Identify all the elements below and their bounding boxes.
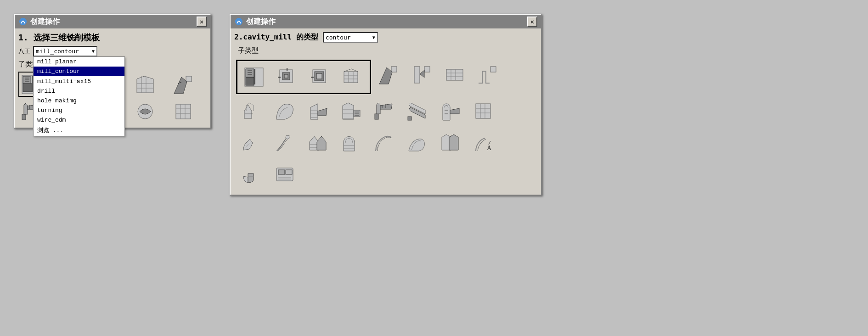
d2-subtype-icon16[interactable]	[468, 96, 499, 126]
dropdown-item-mill-planar[interactable]: mill_planar	[34, 57, 124, 67]
svg-point-88	[286, 135, 289, 139]
d2-subtype-icon14[interactable]	[401, 96, 433, 126]
step-label: 1. 选择三维铣削模板	[18, 32, 207, 43]
dialog2-type-label: 2.cavity_mill 的类型	[234, 33, 318, 42]
d2-subtype-icon23[interactable]	[434, 128, 466, 157]
d2-subtype-icon1[interactable]	[238, 62, 270, 92]
svg-rect-20	[186, 76, 192, 82]
subtype-icon-4[interactable]	[132, 72, 158, 97]
svg-rect-58	[414, 67, 420, 83]
svg-rect-76	[375, 114, 378, 119]
dialog1-title: 创建操作	[30, 17, 60, 27]
subtype-icon-10[interactable]	[170, 99, 196, 124]
dialog1: 创建操作 ✕ 1. 选择三维铣削模板 八工 mill_contour ▼ mil…	[14, 14, 211, 129]
dropdown-item-mill-contour[interactable]: mill_contour	[34, 67, 124, 76]
svg-rect-99	[286, 170, 292, 174]
app-icon	[18, 17, 28, 26]
dialog1-body: 1. 选择三维铣削模板 八工 mill_contour ▼ mill_plana…	[15, 28, 210, 128]
dialog2-icons-row4	[236, 159, 535, 189]
dialog2-body: 2.cavity_mill 的类型 contour ▼ 子类型	[231, 28, 541, 195]
svg-rect-45	[284, 74, 288, 78]
svg-rect-96	[278, 170, 285, 174]
d2-subtype-icon25[interactable]	[236, 159, 267, 189]
app-icon2	[234, 17, 243, 26]
type-row: 八工 mill_contour ▼ mill_planar mill_conto…	[18, 46, 207, 56]
svg-rect-60	[446, 69, 463, 80]
d2-subtype-icon4[interactable]	[338, 62, 369, 92]
dialog2-title: 创建操作	[246, 17, 276, 27]
dropdown-menu: mill_planar mill_contour mill_multi⁻ax15…	[33, 56, 125, 136]
dialog2-icons-row2	[236, 96, 535, 126]
d2-subtype-icon24[interactable]: A	[468, 128, 499, 157]
svg-rect-31	[176, 104, 191, 119]
dialog2-icons-row3: A	[236, 128, 535, 157]
dropdown-item-mill-multiax[interactable]: mill_multi⁻ax15	[34, 76, 124, 86]
svg-rect-2	[23, 84, 32, 92]
dialog2: 创建操作 ✕ 2.cavity_mill 的类型 contour ▼ 子类型	[230, 14, 542, 196]
generic-icon2	[173, 101, 193, 122]
d2-subtype-icon5[interactable]	[373, 60, 404, 90]
selected-icon-group	[236, 60, 371, 94]
dialog1-close-button[interactable]: ✕	[197, 17, 207, 27]
svg-rect-59	[424, 67, 430, 72]
dialog2-close-button[interactable]: ✕	[527, 17, 537, 27]
dropdown-item-turning[interactable]: turning	[34, 106, 124, 115]
svg-rect-52	[344, 72, 358, 83]
d2-subtype-icon18[interactable]	[269, 128, 300, 157]
type-dropdown-container: mill_contour ▼ mill_planar mill_contour …	[33, 46, 97, 56]
d2-subtype-icon8[interactable]	[472, 60, 503, 90]
d2-subtype-icon21[interactable]	[368, 128, 400, 157]
dialog2-icons-row1	[236, 60, 535, 94]
dropdown-item-hole-making[interactable]: hole_makimg	[34, 96, 124, 106]
type-dropdown[interactable]: mill_contour ▼	[33, 46, 97, 56]
dialog2-dropdown-value: contour	[326, 34, 351, 41]
svg-rect-82	[476, 104, 490, 118]
dropdown-item-drill[interactable]: drill	[34, 86, 124, 96]
type-prefix: 八工	[18, 47, 30, 56]
dialog2-titlebar: 创建操作 ✕	[231, 15, 541, 28]
d2-subtype-icon26[interactable]	[269, 159, 300, 189]
d2-subtype-icon9[interactable]	[236, 96, 267, 126]
d2-subtype-icon13[interactable]	[368, 96, 400, 126]
svg-text:A: A	[487, 145, 492, 151]
d2-subtype-icon12[interactable]	[335, 96, 366, 126]
d2-subtype-icon19[interactable]	[302, 128, 333, 157]
generic-icon1	[135, 101, 155, 122]
d2-subtype-icon10[interactable]	[269, 96, 300, 126]
svg-rect-57	[391, 67, 397, 72]
d2-subtype-icon6[interactable]	[406, 60, 437, 90]
dialog2-type-dropdown[interactable]: contour ▼	[323, 32, 378, 43]
d2-subtype-icon7[interactable]	[439, 60, 470, 90]
svg-rect-79	[408, 117, 411, 120]
dialog2-subtype-label: 子类型	[238, 46, 537, 55]
dropdown-item-wire-edm[interactable]: wire_edm	[34, 115, 124, 125]
svg-rect-38	[246, 77, 254, 85]
mill-icon5	[173, 74, 193, 95]
d2-subtype-icon17[interactable]	[236, 128, 267, 157]
svg-rect-65	[490, 67, 496, 72]
d2-subtype-icon3[interactable]	[304, 62, 336, 92]
d2-subtype-icon22[interactable]	[401, 128, 433, 157]
subtype-icon-9[interactable]	[132, 99, 158, 124]
dropdown-arrow-icon: ▼	[92, 49, 95, 54]
dropdown-value: mill_contour	[36, 48, 79, 55]
d2-subtype-icon2[interactable]	[271, 62, 303, 92]
svg-rect-50	[316, 73, 322, 79]
mill-icon4	[135, 74, 155, 95]
dialog2-dropdown-arrow-icon: ▼	[372, 35, 375, 40]
d2-subtype-icon11[interactable]	[302, 96, 333, 126]
d2-subtype-icon15[interactable]	[434, 96, 466, 126]
dialog2-type-row: 2.cavity_mill 的类型 contour ▼	[234, 32, 537, 43]
dropdown-item-browse[interactable]: 浏览 ...	[34, 125, 124, 136]
dialog1-titlebar: 创建操作 ✕	[15, 15, 210, 28]
d2-subtype-icon20[interactable]	[335, 128, 366, 157]
svg-rect-22	[22, 114, 26, 120]
subtype-icon-5[interactable]	[170, 72, 196, 97]
